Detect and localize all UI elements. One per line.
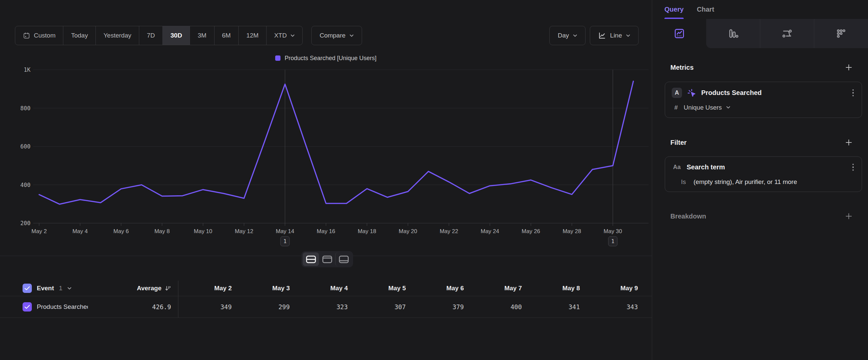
number-icon: # [673, 104, 679, 111]
chart-type-strip [652, 19, 868, 48]
data-line[interactable] [39, 81, 633, 204]
metrics-section-header: Metrics [671, 63, 853, 72]
range-30d-label: 30D [170, 32, 182, 39]
event-header-cell: Event 1 [0, 284, 88, 293]
y-axis-label: 600 [20, 143, 31, 150]
tab-insights[interactable] [652, 19, 706, 48]
x-axis-label: May 20 [399, 228, 417, 234]
tab-chart[interactable]: Chart [697, 0, 714, 19]
query-sidebar: Query Chart [652, 0, 868, 360]
filter-card-row: Aa Search term [672, 162, 855, 173]
range-xtd-button[interactable]: XTD [267, 26, 302, 45]
measure-selector[interactable]: Unique Users [684, 104, 722, 111]
table-date-header[interactable]: May 2 [178, 285, 237, 292]
x-axis-label: May 24 [481, 228, 499, 234]
metric-card[interactable]: A Products Searched # Unique Users [665, 82, 862, 118]
retention-icon [836, 28, 847, 39]
table-value-cell: 341 [527, 303, 585, 310]
view-table-only-button[interactable] [335, 252, 352, 266]
x-axis-label: May 18 [358, 228, 376, 234]
main-panel: Custom Today Yesterday 7D 30D 3M 6M 12M … [0, 0, 652, 360]
table-value-cell: 349 [178, 303, 237, 310]
filter-card[interactable]: Aa Search term Is (empty string), Air pu… [665, 157, 862, 192]
toolbar: Custom Today Yesterday 7D 30D 3M 6M 12M … [15, 26, 639, 45]
range-12m-button[interactable]: 12M [239, 26, 267, 45]
filter-operator[interactable]: Is [681, 178, 686, 186]
x-axis-label: May 30 [604, 228, 622, 234]
filter-condition-row: Is (empty string), Air purifier, or 11 m… [673, 177, 855, 187]
line-chart[interactable]: 1K800600400200May 2May 4May 6May 8May 10… [0, 50, 652, 256]
calendar-icon [23, 32, 30, 39]
data-table: Event 1 Average May 2May 3May 4May 5May … [0, 281, 652, 318]
range-6m-button[interactable]: 6M [215, 26, 239, 45]
table-header-row: Event 1 Average May 2May 3May 4May 5May … [0, 281, 652, 296]
select-all-checkbox[interactable] [23, 284, 32, 293]
range-today-button[interactable]: Today [63, 26, 96, 45]
average-header-cell[interactable]: Average [88, 281, 178, 296]
event-label: Event [37, 285, 54, 292]
row-checkbox[interactable] [23, 302, 32, 311]
table-value-cell: 307 [352, 303, 410, 310]
tab-retention[interactable] [814, 19, 868, 48]
range-6m-label: 6M [222, 32, 231, 39]
filter-property-name[interactable]: Search term [687, 163, 846, 171]
sidebar-tabs: Query Chart [652, 0, 868, 19]
view-toggle [301, 251, 353, 267]
event-count: 1 [59, 285, 63, 292]
x-axis-label: May 6 [114, 228, 129, 234]
metrics-heading: Metrics [671, 64, 693, 72]
range-3m-button[interactable]: 3M [190, 26, 214, 45]
range-7d-label: 7D [147, 32, 155, 39]
granularity-dropdown[interactable]: Day [549, 26, 586, 45]
x-axis-label: May 28 [563, 228, 581, 234]
chart-only-icon [322, 255, 332, 264]
view-chart-and-table-button[interactable] [303, 252, 319, 266]
range-7d-button[interactable]: 7D [139, 26, 163, 45]
x-axis-label: May 14 [276, 228, 294, 234]
table-value-cell: 323 [294, 303, 352, 310]
filter-menu-button[interactable] [851, 162, 856, 172]
y-axis-label: 1K [24, 66, 31, 73]
table-value-cell: 379 [410, 303, 468, 310]
chevron-down-icon[interactable] [67, 287, 72, 290]
chevron-down-icon [290, 34, 295, 37]
table-date-header[interactable]: May 3 [237, 285, 294, 292]
view-chart-only-button[interactable] [319, 252, 335, 266]
table-date-header[interactable]: May 5 [352, 285, 410, 292]
range-today-label: Today [71, 32, 88, 39]
row-name[interactable]: Products Searched [Un... [37, 303, 88, 310]
table-date-header[interactable]: May 4 [294, 285, 352, 292]
tab-query[interactable]: Query [664, 0, 684, 19]
add-filter-button[interactable] [845, 138, 853, 146]
insights-icon [674, 28, 685, 39]
table-date-header[interactable]: May 7 [468, 285, 527, 292]
add-breakdown-button[interactable] [845, 212, 853, 220]
tab-flows[interactable] [760, 19, 814, 48]
tab-bar-chart[interactable] [706, 19, 760, 48]
range-custom-button[interactable]: Custom [15, 26, 63, 45]
average-label: Average [137, 285, 161, 292]
table-date-header[interactable]: May 6 [410, 285, 468, 292]
metric-card-row: A Products Searched [672, 87, 855, 98]
range-12m-label: 12M [246, 32, 258, 39]
text-property-icon: Aa [672, 164, 682, 171]
metric-name[interactable]: Products Searched [701, 89, 846, 96]
chevron-down-icon [573, 34, 577, 37]
range-30d-button[interactable]: 30D [163, 26, 190, 45]
row-average-value: 426.9 [152, 303, 171, 310]
filter-value[interactable]: (empty string), Air purifier, or 11 more [693, 178, 797, 186]
bar-chart-icon [727, 28, 739, 39]
table-date-header[interactable]: May 8 [527, 285, 585, 292]
range-yesterday-label: Yesterday [103, 32, 131, 39]
metric-menu-button[interactable] [851, 88, 856, 98]
chevron-down-icon [349, 34, 354, 37]
chart-type-dropdown[interactable]: Line [590, 26, 639, 45]
table-only-icon [339, 255, 349, 264]
compare-button[interactable]: Compare [311, 26, 362, 45]
range-yesterday-button[interactable]: Yesterday [96, 26, 139, 45]
range-xtd-label: XTD [274, 32, 287, 39]
add-metric-button[interactable] [845, 63, 853, 72]
chevron-down-icon[interactable] [726, 106, 731, 109]
x-axis-label: May 26 [522, 228, 540, 234]
table-date-header[interactable]: May 9 [585, 285, 643, 292]
